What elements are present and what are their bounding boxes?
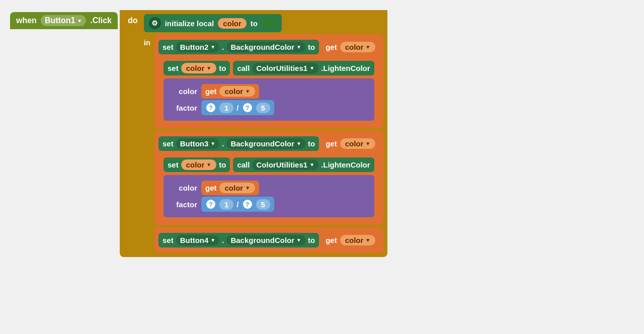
in-label: in: [144, 34, 150, 47]
s1-call-block: call ColorUtilities1 ▼ .LightenColor: [233, 61, 374, 75]
s2-bgcolor-dd[interactable]: BackgroundColor ▼: [226, 138, 305, 149]
s1-dot: .: [222, 43, 224, 51]
main-container: when Button1 ▼ .Click do ⚙ initialize lo…: [5, 5, 639, 262]
s2-get-var-pill[interactable]: color ▼: [340, 138, 376, 149]
s2-call-top: set color ▼ to call: [164, 156, 374, 173]
section2-call-row: set color ▼ to call: [158, 153, 379, 220]
do-label: do: [124, 14, 142, 27]
s2-param-color-pill[interactable]: color ▼: [219, 183, 255, 193]
section3-outer: set Button4 ▼ . BackgroundColor ▼: [154, 227, 383, 253]
s3-bgcolor-dd[interactable]: BackgroundColor ▼: [226, 235, 305, 245]
in-row: in set Button2 ▼: [144, 34, 384, 253]
section2-set-row: set Button3 ▼ . BackgroundColor ▼: [158, 135, 379, 152]
s3-get-color: get color ▼: [321, 233, 379, 247]
event-label: .Click: [90, 16, 112, 25]
s2-qmark2[interactable]: ?: [242, 199, 253, 210]
s1-color-var[interactable]: color ▼: [181, 63, 217, 73]
section2-outer: set Button3 ▼ . BackgroundColor ▼: [154, 131, 383, 225]
s1-purple-inner: color get color ▼: [164, 78, 374, 121]
s1-call-top: set color ▼ to call: [164, 60, 374, 76]
when-label: when: [16, 16, 37, 25]
s1-param-get-color: get color ▼: [201, 84, 259, 99]
s2-get-color: get color ▼: [321, 136, 379, 151]
s1-param-color-pill[interactable]: color ▼: [219, 86, 255, 97]
gear-icon[interactable]: ⚙: [149, 17, 161, 29]
s2-colorutil-dd[interactable]: ColorUtilities1 ▼: [252, 159, 318, 170]
s2-call-container: set color ▼ to call: [158, 153, 379, 220]
init-block: ⚙ initialize local color to: [144, 14, 282, 32]
s1-colorutil-dd[interactable]: ColorUtilities1 ▼: [252, 63, 318, 73]
s2-param-get-color: get color ▼: [201, 181, 259, 195]
in-content: set Button2 ▼ . BackgroundColor ▼: [154, 34, 383, 253]
section2-set-btn: set Button3 ▼ . BackgroundColor ▼: [158, 136, 319, 151]
s1-call-container: set color ▼ to call: [158, 57, 379, 124]
section1-set-row: set Button2 ▼ . BackgroundColor ▼: [158, 39, 379, 55]
s1-set-label: set: [163, 43, 174, 51]
to-label: to: [251, 19, 258, 28]
dropdown-arrow: ▼: [77, 18, 82, 24]
section1-call-row: set color ▼ to call: [158, 57, 379, 124]
s1-to1: to: [308, 43, 315, 51]
s1-get-var-pill[interactable]: color ▼: [340, 42, 376, 52]
s1-qmark2[interactable]: ?: [242, 102, 253, 113]
s1-qmark1[interactable]: ?: [205, 102, 216, 113]
s2-color-var[interactable]: color ▼: [181, 159, 217, 170]
do-inner: ⚙ initialize local color to in: [144, 14, 384, 253]
s2-set-color-block: set color ▼ to: [164, 157, 230, 172]
s2-factor-param: factor ? 1 / ? 5: [170, 197, 368, 212]
section1-set-btn: set Button2 ▼ . BackgroundColor ▼: [158, 40, 319, 54]
s2-button3-dd[interactable]: Button3 ▼: [176, 138, 220, 149]
do-row: do ⚙ initialize local color to in: [124, 14, 383, 253]
when-block[interactable]: when Button1 ▼ .Click: [10, 12, 118, 29]
s3-button4-dd[interactable]: Button4 ▼: [176, 235, 220, 245]
do-wrapper: do ⚙ initialize local color to in: [120, 10, 387, 257]
section3-set-btn: set Button4 ▼ . BackgroundColor ▼: [158, 233, 319, 247]
s1-bgcolor-dd[interactable]: BackgroundColor ▼: [226, 42, 305, 52]
s2-color-param: color get color ▼: [170, 181, 368, 195]
s1-div-block: ? 1 / ? 5: [201, 100, 274, 115]
section3-set-row: set Button4 ▼ . BackgroundColor ▼: [158, 232, 379, 248]
init-text: initialize local: [165, 19, 214, 28]
s2-qmark1[interactable]: ?: [205, 199, 216, 210]
s2-div-block: ? 1 / ? 5: [201, 197, 274, 212]
s1-color-param: color get color ▼: [170, 84, 368, 99]
s3-get-var-pill[interactable]: color ▼: [340, 235, 376, 245]
s1-set-color-block: set color ▼ to: [164, 61, 230, 75]
s1-button2-dd[interactable]: Button2 ▼: [176, 42, 220, 52]
color-swatch[interactable]: [262, 18, 277, 29]
section1-outer: set Button2 ▼ . BackgroundColor ▼: [154, 34, 383, 128]
s1-get-color: get color ▼: [321, 40, 379, 54]
s1-factor-param: factor ? 1 / ? 5: [170, 100, 368, 115]
s2-call-block: call ColorUtilities1 ▼ .LightenColor: [233, 157, 374, 172]
color-var-pill[interactable]: color: [218, 18, 247, 29]
s2-purple-inner: color get color ▼: [164, 175, 374, 217]
button1-dropdown[interactable]: Button1 ▼: [41, 15, 86, 26]
